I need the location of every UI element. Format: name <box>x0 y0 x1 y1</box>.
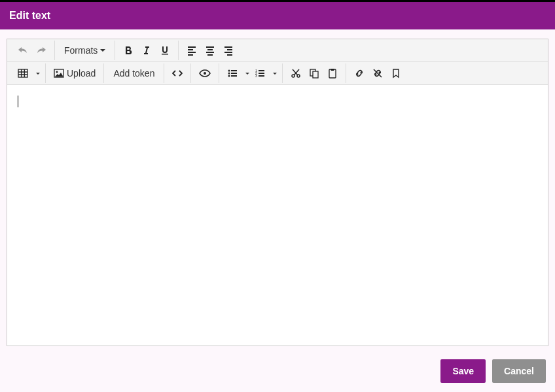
bold-icon <box>123 45 134 56</box>
dialog-title: Edit text <box>9 10 50 21</box>
copy-button[interactable] <box>305 65 323 82</box>
table-dropdown[interactable] <box>32 65 41 82</box>
undo-icon <box>18 45 28 56</box>
svg-text:3: 3 <box>255 74 257 78</box>
svg-rect-0 <box>18 69 27 77</box>
upload-label: Upload <box>67 68 96 79</box>
dialog-header: Edit text <box>0 2 555 29</box>
editor-container: Formats <box>7 39 548 346</box>
svg-point-5 <box>228 73 230 75</box>
chevron-down-icon <box>245 73 249 75</box>
chevron-down-icon <box>273 73 277 75</box>
table-icon <box>18 68 28 79</box>
svg-rect-15 <box>331 69 334 71</box>
svg-point-2 <box>56 71 58 73</box>
table-button[interactable] <box>14 65 32 82</box>
align-center-button[interactable] <box>201 42 219 59</box>
redo-button[interactable] <box>32 42 50 59</box>
link-button[interactable] <box>350 65 368 82</box>
svg-point-6 <box>228 75 230 77</box>
eye-icon <box>199 68 211 79</box>
svg-point-3 <box>204 72 206 75</box>
copy-icon <box>309 68 319 79</box>
chevron-down-icon <box>36 73 40 75</box>
number-list-icon: 123 <box>255 68 265 79</box>
cut-button[interactable] <box>287 65 305 82</box>
paste-icon <box>327 68 338 79</box>
text-cursor <box>18 96 18 107</box>
toolbar-row-2: Upload Add token <box>7 62 548 85</box>
align-right-icon <box>223 45 234 56</box>
upload-button[interactable]: Upload <box>50 65 99 82</box>
code-icon <box>172 68 183 79</box>
underline-button[interactable] <box>156 42 174 59</box>
formats-dropdown[interactable]: Formats <box>59 42 111 59</box>
italic-icon <box>141 45 152 56</box>
image-icon <box>54 68 64 79</box>
align-left-icon <box>187 45 197 56</box>
align-center-icon <box>205 45 215 56</box>
editor-content-area[interactable] <box>7 85 548 346</box>
svg-rect-13 <box>313 71 318 78</box>
bullet-list-button[interactable] <box>223 65 242 82</box>
unlink-icon <box>372 68 383 79</box>
number-list-dropdown[interactable] <box>269 65 278 82</box>
cancel-button[interactable]: Cancel <box>492 359 546 383</box>
add-token-button[interactable]: Add token <box>108 65 160 82</box>
rich-text-editor: Formats <box>7 39 548 346</box>
align-right-button[interactable] <box>219 42 238 59</box>
redo-icon <box>36 45 46 56</box>
source-code-button[interactable] <box>168 65 187 82</box>
bookmark-button[interactable] <box>387 65 405 82</box>
bookmark-icon <box>391 68 401 79</box>
number-list-button[interactable]: 123 <box>251 65 269 82</box>
undo-button[interactable] <box>14 42 32 59</box>
bullet-list-dropdown[interactable] <box>242 65 251 82</box>
save-button[interactable]: Save <box>440 359 486 383</box>
paste-button[interactable] <box>323 65 342 82</box>
dialog-footer: Save Cancel <box>440 359 546 383</box>
cut-icon <box>291 68 301 79</box>
italic-button[interactable] <box>137 42 156 59</box>
formats-label: Formats <box>64 45 98 56</box>
add-token-label: Add token <box>113 68 154 79</box>
toolbar-row-1: Formats <box>7 39 548 62</box>
underline-icon <box>160 45 170 56</box>
bullet-list-icon <box>227 68 238 79</box>
chevron-down-icon <box>100 49 105 52</box>
bold-button[interactable] <box>119 42 137 59</box>
preview-button[interactable] <box>195 65 215 82</box>
align-left-button[interactable] <box>183 42 201 59</box>
link-icon <box>354 68 365 79</box>
unlink-button[interactable] <box>368 65 387 82</box>
svg-point-4 <box>228 70 230 72</box>
